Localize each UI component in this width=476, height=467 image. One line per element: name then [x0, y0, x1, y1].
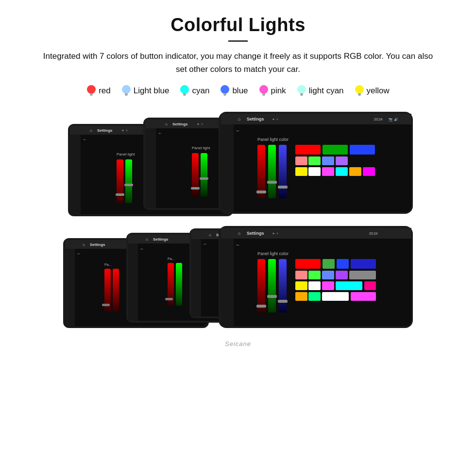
- svg-rect-53: [200, 177, 208, 180]
- color-label-blue: blue: [232, 86, 248, 96]
- color-label-red: red: [99, 86, 111, 96]
- svg-point-4: [122, 85, 131, 94]
- svg-rect-26: [358, 93, 361, 95]
- svg-text:Panel light: Panel light: [192, 146, 210, 150]
- svg-rect-148: [308, 292, 321, 301]
- svg-text:20:24: 20:24: [374, 118, 383, 121]
- color-item-cyan: cyan: [180, 85, 209, 97]
- svg-rect-136: [351, 259, 376, 269]
- svg-text:Settings: Settings: [247, 117, 264, 121]
- svg-rect-6: [125, 93, 128, 95]
- svg-rect-62: [221, 124, 234, 212]
- svg-text:20:24: 20:24: [369, 232, 378, 235]
- svg-rect-79: [308, 167, 321, 176]
- svg-text:✦ ✧: ✦ ✧: [197, 122, 204, 126]
- bottom-row-svg: ⌂ Settings ← Pa... ⌂ Settings ← Pa...: [58, 226, 418, 330]
- svg-point-0: [87, 85, 96, 94]
- watermark: Seicane: [19, 340, 457, 347]
- svg-text:Settings: Settings: [247, 231, 264, 236]
- svg-text:Panel light: Panel light: [117, 152, 135, 156]
- svg-rect-18: [262, 93, 265, 95]
- svg-rect-7: [125, 95, 127, 96]
- svg-rect-89: [65, 249, 75, 326]
- svg-rect-74: [295, 156, 307, 165]
- svg-text:Pa...: Pa...: [104, 263, 111, 266]
- svg-rect-137: [295, 271, 307, 279]
- svg-rect-52: [191, 187, 200, 190]
- svg-text:←: ←: [83, 137, 87, 142]
- svg-text:Settings: Settings: [97, 128, 113, 133]
- svg-rect-138: [308, 271, 321, 279]
- svg-rect-70: [278, 186, 288, 189]
- svg-rect-14: [223, 93, 226, 95]
- svg-rect-22: [300, 93, 303, 95]
- svg-rect-150: [351, 292, 376, 301]
- svg-text:📷 🔊: 📷 🔊: [389, 117, 398, 121]
- svg-rect-47: [145, 128, 156, 208]
- svg-rect-51: [201, 153, 207, 197]
- yellow-bulb-icon: [355, 85, 364, 97]
- svg-rect-144: [322, 281, 334, 290]
- svg-rect-147: [295, 292, 307, 301]
- color-item-pink: pink: [259, 85, 286, 97]
- svg-rect-142: [295, 281, 307, 290]
- colors-row: red Light blue cyan: [19, 85, 457, 97]
- svg-rect-134: [323, 259, 335, 269]
- svg-text:Settings: Settings: [172, 122, 188, 126]
- svg-point-12: [221, 85, 229, 94]
- color-item-light-blue: Light blue: [121, 85, 170, 97]
- color-label-pink: pink: [271, 86, 286, 96]
- svg-rect-80: [322, 167, 334, 176]
- blue-bulb-icon: [220, 85, 230, 97]
- red-bulb-icon: [86, 85, 96, 97]
- svg-text:✦ ✧: ✦ ✧: [121, 129, 128, 132]
- svg-text:Panel light color: Panel light color: [257, 251, 289, 256]
- svg-text:⌂: ⌂: [165, 122, 168, 126]
- svg-text:✦ ✧: ✦ ✧: [272, 118, 279, 121]
- svg-rect-83: [363, 167, 375, 176]
- svg-point-20: [297, 85, 306, 94]
- svg-rect-127: [257, 259, 265, 312]
- svg-rect-19: [262, 95, 265, 96]
- svg-rect-66: [268, 145, 276, 198]
- color-item-yellow: yellow: [355, 85, 390, 97]
- svg-text:←: ←: [158, 131, 162, 136]
- svg-rect-146: [364, 281, 376, 290]
- svg-rect-37: [117, 159, 123, 203]
- svg-text:⌂: ⌂: [83, 242, 85, 247]
- color-label-yellow: yellow: [367, 86, 390, 96]
- page-title: Colorful Lights: [19, 15, 457, 35]
- svg-rect-76: [322, 156, 334, 165]
- svg-text:⌂: ⌂: [238, 231, 240, 236]
- svg-rect-141: [349, 271, 376, 279]
- svg-text:⌂: ⌂: [209, 233, 211, 237]
- svg-rect-104: [176, 263, 182, 306]
- cyan-bulb-icon: [180, 85, 189, 97]
- svg-rect-39: [116, 193, 124, 196]
- svg-point-16: [259, 85, 268, 94]
- svg-text:⌂: ⌂: [238, 117, 240, 121]
- svg-rect-10: [183, 93, 186, 95]
- page-wrapper: Colorful Lights Integrated with 7 colors…: [0, 0, 476, 357]
- light-cyan-bulb-icon: [297, 85, 306, 97]
- svg-rect-111: [191, 239, 201, 316]
- svg-rect-67: [279, 145, 287, 198]
- bottom-row-devices: ⌂ Settings ← Pa... ⌂ Settings ← Pa...: [58, 226, 418, 330]
- svg-rect-149: [322, 292, 349, 301]
- screens-container: ⌂ Settings ✦ ✧ ← Panel light: [19, 112, 457, 330]
- color-item-blue: blue: [220, 85, 248, 97]
- svg-rect-139: [322, 271, 334, 279]
- svg-text:←: ←: [236, 242, 240, 247]
- svg-rect-135: [337, 259, 349, 269]
- svg-text:←: ←: [77, 251, 81, 256]
- svg-text:←: ←: [203, 242, 207, 246]
- svg-text:←: ←: [236, 128, 240, 133]
- svg-rect-71: [295, 145, 321, 155]
- svg-rect-40: [124, 184, 133, 186]
- svg-rect-133: [295, 259, 321, 269]
- svg-rect-129: [279, 259, 287, 312]
- svg-rect-132: [278, 300, 288, 303]
- svg-rect-2: [90, 93, 93, 95]
- header-section: Colorful Lights Integrated with 7 colors…: [19, 15, 457, 76]
- svg-rect-105: [165, 298, 173, 300]
